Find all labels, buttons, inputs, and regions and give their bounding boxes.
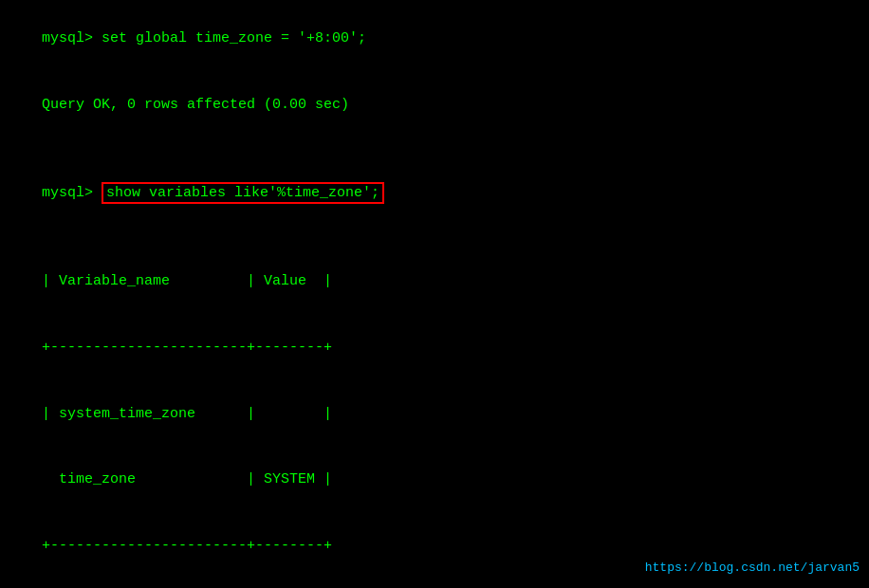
watermark: https://blog.csdn.net/jarvan5 [645, 560, 860, 575]
table-sep-1: +-----------------------+--------+ [8, 315, 861, 381]
prompt-2: mysql> [42, 185, 102, 201]
cmd-box-1: show variables like'%time_zone'; [102, 182, 384, 204]
line-query-ok-1: Query OK, 0 rows affected (0.00 sec) [8, 72, 861, 138]
query-ok-text-1: Query OK, 0 rows affected (0.00 sec) [42, 97, 349, 113]
table-row-tz-1: time_zone | SYSTEM | [8, 447, 861, 513]
warning-1: 2 rows in set, 1 warning (0.00 sec) [8, 579, 861, 589]
line-show-vars-1: mysql> show variables like'%time_zone'; [8, 160, 861, 227]
table-header-1: | Variable_name | Value | [8, 248, 861, 315]
blank-2 [8, 227, 861, 248]
prompt-1: mysql> [42, 30, 102, 46]
line-set-global: mysql> set global time_zone = '+8:00'; [8, 6, 861, 72]
text-set-global: set global time_zone = '+8:00'; [102, 30, 366, 46]
terminal-window: mysql> set global time_zone = '+8:00'; Q… [0, 0, 869, 588]
table-row-sys-1: | system_time_zone | | [8, 380, 861, 447]
blank-1 [8, 138, 861, 160]
